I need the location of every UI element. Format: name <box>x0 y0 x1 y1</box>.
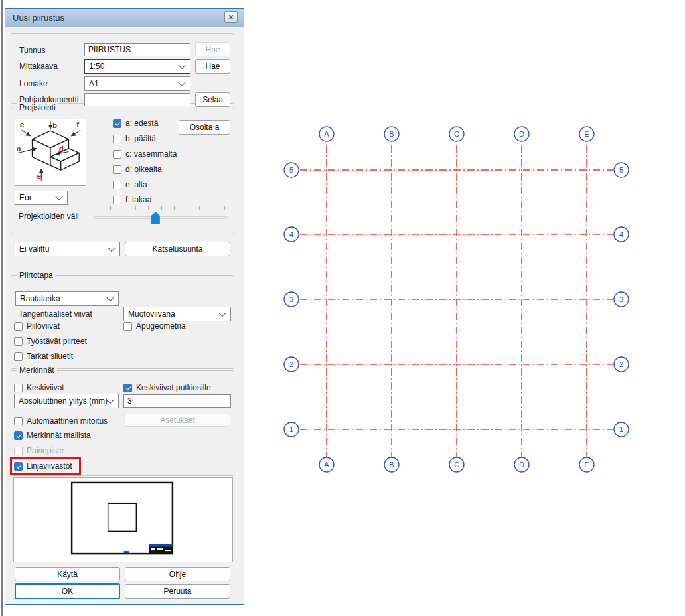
katselusuunta-button[interactable]: Katselusuunta <box>125 242 230 256</box>
grid-bubble <box>319 127 334 141</box>
apply-button[interactable]: Käytä <box>15 567 120 581</box>
grid-bubble-label: 1 <box>289 425 293 433</box>
projisiointi-legend: Projisiointi <box>17 103 58 112</box>
checkbox-painopiste[interactable]: Painopiste <box>14 446 64 455</box>
grid-bubble <box>284 422 299 437</box>
checkbox-label: b: päältä <box>125 134 156 143</box>
lomake-select[interactable]: A1 <box>84 76 190 91</box>
tunnus-label: Tunnus <box>19 46 46 55</box>
checkbox-apugeometria[interactable]: Apugeometria <box>123 321 186 331</box>
pohjadokumentti-input[interactable] <box>84 93 190 106</box>
slider-track[interactable] <box>94 216 228 219</box>
grid-bubble <box>514 457 529 472</box>
checkbox-box <box>113 165 121 174</box>
chevron-down-icon <box>218 309 226 317</box>
checkbox-label: Automaattinen mitoitus <box>27 416 108 425</box>
view-selection-select[interactable]: Ei valittu <box>15 242 120 256</box>
cube-svg: a b c d e f <box>15 119 86 185</box>
projection-spacing-slider[interactable] <box>94 206 228 229</box>
mittakaava-select[interactable]: 1:50 <box>84 59 190 74</box>
grid-bubble-label: 1 <box>619 425 623 433</box>
cube-label-d: d <box>59 144 64 153</box>
checkbox-label: Apugeometria <box>136 321 186 331</box>
checkbox-f-takaa[interactable]: f: takaa <box>113 195 151 204</box>
projection-standard-value: Eur <box>19 193 32 202</box>
grid-bubble <box>579 127 594 141</box>
view-selection-value: Ei valittu <box>19 244 49 254</box>
tunnus-input[interactable] <box>84 43 190 56</box>
sheet-preview-image <box>14 478 232 562</box>
checkbox-label: c: vasemmalta <box>125 149 177 159</box>
ok-button[interactable]: OK <box>15 583 120 599</box>
checkbox-keskiviivat-putkiosille[interactable]: Keskiviivat putkiosille <box>123 383 211 392</box>
checkbox-box <box>113 119 121 128</box>
tangential-lines-value: Muotoviivana <box>128 309 175 319</box>
checkbox-piiloviivat[interactable]: Piiloviivat <box>14 321 60 331</box>
grid-bubble <box>614 227 629 242</box>
chevron-down-icon <box>55 193 62 200</box>
hae-top-button[interactable]: Hae <box>195 42 230 56</box>
ylitys-value-input[interactable] <box>123 394 231 408</box>
grid-bubble-label: 2 <box>619 360 623 368</box>
checkbox-e-alta[interactable]: e: alta <box>113 180 147 189</box>
checkbox-label: e: alta <box>125 180 147 189</box>
checkbox-box <box>113 181 121 189</box>
grid-bubble-label: D <box>519 130 524 138</box>
projection-spacing-label: Projektioiden väli <box>19 212 79 221</box>
selaa-button[interactable]: Selaa <box>195 92 230 107</box>
sheet-preview-panel <box>13 477 233 562</box>
dialog-uusi-piirustus: Uusi piirustus × Tunnus Hae Mittakaava 1… <box>5 8 244 605</box>
draw-mode-value: Rautalanka <box>20 294 60 303</box>
grid-bubble-label: D <box>519 461 524 469</box>
checkbox-box <box>14 352 23 361</box>
help-button[interactable]: Ohje <box>125 567 230 581</box>
cancel-button[interactable]: Peruuta <box>125 584 230 599</box>
grid-bubble-label: 5 <box>619 166 623 174</box>
dialog-titlebar[interactable]: Uusi piirustus <box>5 9 244 27</box>
draw-mode-select[interactable]: Rautalanka <box>15 291 119 306</box>
grid-bubble <box>614 422 629 437</box>
grid-bubble-label: C <box>454 130 459 138</box>
checkbox-c-vasemmalta[interactable]: c: vasemmalta <box>113 149 177 159</box>
grid-bubble <box>284 292 299 307</box>
dialog-title: Uusi piirustus <box>13 13 64 23</box>
checkbox-tarkat-siluetit[interactable]: Tarkat siluetit <box>14 352 73 361</box>
checkbox-label: Merkinnät mallista <box>27 431 91 440</box>
projection-standard-select[interactable]: Eur <box>15 191 68 205</box>
close-icon: × <box>228 13 233 21</box>
checkbox-box <box>113 150 121 159</box>
grid-bubble-label: 3 <box>619 295 623 303</box>
checkbox-box <box>123 384 132 392</box>
grid-bubble <box>579 457 594 472</box>
checkbox-merkinnat-mallista[interactable]: Merkinnät mallista <box>14 431 91 440</box>
grid-bubble <box>284 227 299 242</box>
checkbox-box <box>14 431 23 440</box>
ylitys-mode-select[interactable]: Absoluuttinen ylitys (mm) <box>14 394 119 408</box>
checkbox-box <box>14 447 23 455</box>
grid-bubble-label: 4 <box>289 230 293 238</box>
checkbox-tyostavat-piirteet[interactable]: Työstävät piirteet <box>14 337 87 346</box>
checkbox-box <box>14 322 23 331</box>
grid-bubble <box>284 357 299 372</box>
hae-button[interactable]: Hae <box>195 59 230 74</box>
checkbox-a-edesta[interactable]: a: edestä <box>113 119 158 128</box>
checkbox-box <box>123 322 132 331</box>
close-button[interactable]: × <box>224 11 238 23</box>
slider-ticks <box>98 206 225 210</box>
grid-bubble <box>614 357 629 372</box>
checkbox-label: Tarkat siluetit <box>27 352 73 361</box>
piirtotapa-groupbox: Piirtotapa Rautalanka Tangentiaaliset vi… <box>11 275 234 369</box>
checkbox-d-oikealta[interactable]: d: oikealta <box>113 165 162 174</box>
chevron-down-icon <box>108 244 115 252</box>
lomake-label: Lomake <box>19 79 48 88</box>
tangential-lines-select[interactable]: Muotoviivana <box>123 307 231 321</box>
grid-bubble-label: A <box>324 461 329 469</box>
asetukset-button[interactable]: Asetukset <box>125 414 230 427</box>
checkbox-b-paalta[interactable]: b: päältä <box>113 134 156 143</box>
screen: Uusi piirustus × Tunnus Hae Mittakaava 1… <box>0 0 685 616</box>
osoita-a-button[interactable]: Osoita a <box>179 120 230 135</box>
grid-bubble <box>514 127 529 141</box>
checkbox-keskiviivat[interactable]: Keskiviivat <box>14 383 64 392</box>
slider-thumb[interactable] <box>151 212 160 224</box>
checkbox-automaattinen-mitoitus[interactable]: Automaattinen mitoitus <box>14 416 108 425</box>
